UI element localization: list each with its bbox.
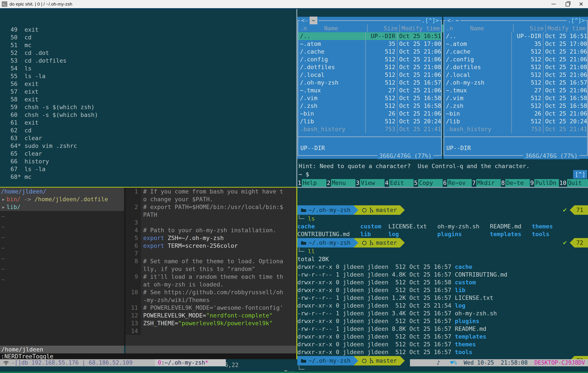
mc-file-row[interactable]: ~bin26Oct 25 21:06 <box>298 110 441 117</box>
pane-history[interactable]: 49 exit 50 cd 51 mc 52 cd .dot 53 cd .do… <box>0 9 296 187</box>
mc-panel-separator <box>298 136 441 137</box>
mc-panel-path[interactable]: <-~ <box>300 17 319 24</box>
mc-file-row[interactable]: /.zsh512Oct 25 16:58 <box>444 102 587 110</box>
mc-col-size[interactable]: Size <box>367 25 400 32</box>
folder-icon <box>301 208 306 212</box>
buffer-line[interactable]: 12POWERLEVEL9K_MODE="nerdfont-complete" <box>126 312 296 319</box>
pane-zsh[interactable]: ~/.oh-my-zshmaster✔71└─ lscache custom L… <box>297 188 588 359</box>
mc-fnkey-dete[interactable]: 8De~te <box>501 179 530 187</box>
vim-commandline[interactable]: :NERDTreeToggle <box>0 353 296 359</box>
buffer-line[interactable]: 8# Set name of the theme to load. Option… <box>126 258 296 265</box>
mc-file-name: /.. <box>298 32 365 40</box>
buffer-line[interactable]: lly, if you set this to "random" <box>126 265 296 273</box>
code-segment: POWERLEVEL9K_MODE= <box>143 312 206 319</box>
mc-file-row[interactable]: /.config512Oct 25 21:06 <box>298 55 441 63</box>
mc-file-row[interactable]: ~.atom35Oct 25 17:00 <box>444 40 587 48</box>
mc-panel-left[interactable]: <-~.[^]>.nNameSizeModify time/..UP--DIRO… <box>297 17 442 159</box>
mc-file-row[interactable]: /lib512Oct 25 20:24 <box>444 117 587 125</box>
nerdtree-root[interactable]: /home/jldeen/ <box>0 188 124 196</box>
mc-file-time: Oct 25 21:06 <box>543 71 587 79</box>
mc-file-row[interactable]: /.cache512Oct 25 21:06 <box>444 48 587 55</box>
mc-file-row[interactable]: ~.tmux27Oct 25 21:06 <box>444 86 587 94</box>
mc-panel-corner-controls[interactable]: .[^]> <box>567 17 586 24</box>
mc-col-name[interactable]: .nName <box>444 25 513 32</box>
buffer-line[interactable]: PATH <box>126 211 296 219</box>
mc-file-name: /.zsh <box>444 102 511 110</box>
vim-window-separator[interactable] <box>124 188 126 346</box>
mc-col-time[interactable]: Modify time <box>400 25 441 32</box>
buffer-line[interactable]: 3 <box>126 219 296 227</box>
mc-file-row[interactable]: /.config512Oct 25 21:06 <box>444 55 587 63</box>
mc-fnkey-help[interactable]: 1Help <box>297 179 326 187</box>
buffer-line[interactable]: 9# it'll load a random theme each time t… <box>126 273 296 281</box>
mc-panel-right[interactable]: <-~.[^]>.nNameSizeModify time/..UP--DIRO… <box>443 17 588 159</box>
buffer-line[interactable]: -my-zsh/wiki/Themes <box>126 296 296 304</box>
mc-col-name[interactable]: .nName <box>298 25 367 32</box>
mc-file-row[interactable]: /.oh-my-zsh512Oct 25 16:57 <box>298 79 441 86</box>
close-button[interactable]: ✕ <box>574 0 588 8</box>
mc-file-row[interactable]: /.dotfiles512Oct 25 21:08 <box>298 63 441 71</box>
buffer-line[interactable]: 6export TERM=screen-256color <box>126 242 296 250</box>
mc-col-size[interactable]: Size <box>513 25 546 32</box>
mc-prompt[interactable]: ~ $[^] <box>299 170 588 178</box>
buffer-line[interactable]: 7 <box>126 250 296 258</box>
nerdtree-node[interactable]: ▸bin/ -> /home/jldeen/.dotfile <box>0 196 124 203</box>
prompt-continuation: └─ <box>297 215 308 222</box>
nerdtree-window[interactable]: /home/jldeen/▸bin/ -> /home/jldeen/.dotf… <box>0 188 124 346</box>
mc-panel-corner-controls[interactable]: .[^]> <box>421 17 440 24</box>
mc-file-row[interactable]: ~.atom35Oct 25 17:00 <box>298 40 441 48</box>
buffer-line[interactable]: 1# If you come from bash you might have … <box>126 188 296 196</box>
mc-file-row[interactable]: /.vim512Oct 25 16:58 <box>444 94 587 102</box>
buffer-line[interactable]: 13ZSH_THEME="powerlevel9k/powerlevel9k" <box>126 319 296 327</box>
mc-fnkey-copy[interactable]: 5Copy <box>414 179 443 187</box>
tmux-window-tab[interactable]: 0:~/.oh-my-zsh* <box>155 359 226 366</box>
buffer-line[interactable]: 5export ZSH=~/.oh-my-zsh <box>126 234 296 242</box>
mc-fnkey-menu[interactable]: 2Menu <box>326 179 356 187</box>
vim-buffer-window[interactable]: 1# If you come from bash you might have … <box>126 188 296 346</box>
pane-mc[interactable]: Left File Command Options Right <-~.[^]>… <box>297 9 588 187</box>
mc-panel-scroll-badge[interactable]: [^] <box>573 170 587 179</box>
mc-file-row[interactable]: /lib512Oct 25 20:24 <box>298 117 441 125</box>
minimize-button[interactable] <box>547 0 560 8</box>
mc-file-row[interactable]: .bash_history753Oct 25 21:41 <box>444 125 587 133</box>
mc-file-row[interactable]: /.oh-my-zsh512Oct 25 16:57 <box>444 79 587 86</box>
mc-file-row[interactable]: /..UP--DIROct 25 16:51 <box>298 32 441 40</box>
history-list: 49 exit 50 cd 51 mc 52 cd .dot 53 cd .do… <box>0 25 296 181</box>
prompt-git-segment: master <box>358 238 400 248</box>
mc-file-row[interactable]: /.dotfiles512Oct 25 21:08 <box>444 63 587 71</box>
mc-file-row[interactable]: /.local512Oct 25 21:06 <box>444 71 587 79</box>
mc-file-row[interactable]: .bash_history753Oct 25 21:41 <box>298 125 441 133</box>
buffer-line[interactable]: at oh-my-zsh is loaded. <box>126 281 296 288</box>
fnkey-label: PullDn <box>534 179 559 187</box>
buffer-line[interactable]: 14 <box>126 327 296 335</box>
mc-file-name: ~bin <box>298 110 365 117</box>
restore-button[interactable] <box>560 0 574 8</box>
buffer-line[interactable]: 2# export PATH=$HOME/bin:/usr/local/bin:… <box>126 203 296 211</box>
mc-panel-path[interactable]: <-~ <box>446 17 460 24</box>
ls-entry: templates <box>490 231 521 238</box>
buffer-line[interactable]: 11# POWERLEVEL9K_MODE='awesome-fontconfi… <box>126 304 296 312</box>
mc-fnkey-pulldn[interactable]: 9PullDn <box>530 179 559 187</box>
mc-fnkey-view[interactable]: 3View <box>356 179 385 187</box>
buffer-line[interactable]: o change your $PATH. <box>126 196 296 203</box>
mc-fnkey-quit[interactable]: 10Quit <box>559 179 588 187</box>
mc-file-row[interactable]: /.zsh512Oct 25 16:58 <box>298 102 441 110</box>
mc-fnkey-mkdir[interactable]: 7Mkdir <box>472 179 501 187</box>
mc-file-row[interactable]: /.local512Oct 25 21:06 <box>298 71 441 79</box>
pane-vim[interactable]: /home/jldeen/▸bin/ -> /home/jldeen/.dotf… <box>0 188 296 359</box>
mc-file-row[interactable]: /.cache512Oct 25 21:06 <box>298 48 441 55</box>
mc-file-row[interactable]: ~.tmux27Oct 25 21:06 <box>298 86 441 94</box>
buffer-line[interactable]: 4# Path to your oh-my-zsh installation. <box>126 227 296 234</box>
mc-fnkey-edit[interactable]: 4Edit <box>385 179 414 187</box>
mc-file-name: ~.atom <box>444 40 511 48</box>
mc-file-row[interactable]: ~bin26Oct 25 21:06 <box>444 110 587 117</box>
mc-col-time[interactable]: Modify time <box>546 25 587 32</box>
minimize-icon <box>551 4 556 4</box>
nerdtree-node[interactable]: ▸lib/ <box>0 203 124 211</box>
mc-fnkey-reov[interactable]: 6Re~ov <box>443 179 472 187</box>
mc-file-row[interactable]: /..UP--DIROct 25 16:51 <box>444 32 587 40</box>
ll-output-row: drwxr-xr-x 0 jldeen jldeen 512 Oct 25 16… <box>297 348 588 356</box>
mc-file-row[interactable]: /.vim512Oct 25 16:58 <box>298 94 441 102</box>
powerline-arrow-icon <box>354 238 358 248</box>
buffer-line[interactable]: 10# See https://github.com/robbyrussell/… <box>126 288 296 296</box>
